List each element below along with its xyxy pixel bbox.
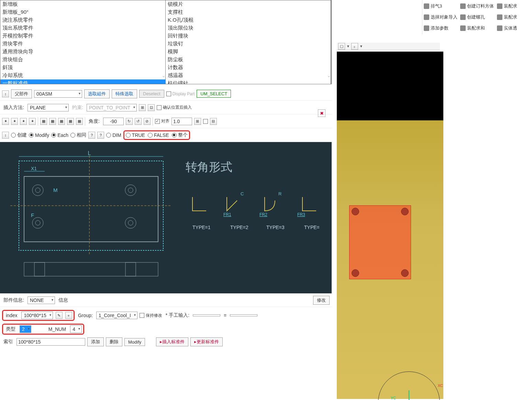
align-extra-checkbox[interactable] bbox=[203, 119, 208, 124]
deselect-button[interactable]: Deselect bbox=[139, 90, 164, 98]
part-info-combo[interactable]: NONE bbox=[27, 296, 55, 304]
manual-input-left[interactable] bbox=[193, 314, 220, 316]
list-item[interactable]: 支撑柱 bbox=[166, 8, 331, 16]
list-left-inner[interactable]: 新增板 新增板_90° 浇注系统零件 顶出系统零件 开模控制零件 滑块零件 通用… bbox=[0, 0, 165, 84]
tool-icon-2[interactable]: ✦ bbox=[11, 118, 18, 125]
mirror-tool-icon[interactable]: ⊡ bbox=[148, 104, 155, 111]
modify-info-button[interactable]: 修改 bbox=[313, 296, 330, 305]
list-item[interactable]: 浇注系统零件 bbox=[0, 16, 165, 24]
model-viewport[interactable]: XC YC bbox=[337, 52, 443, 399]
parent-button[interactable]: 父部件 bbox=[11, 89, 32, 98]
constraint-combo[interactable]: POINT_TO_POINT bbox=[87, 104, 137, 111]
list-right-inner[interactable]: 锁模片 支撑柱 K.O孔/顶棍 顶出限位块 回针撞块 垃圾钉 模脚 防尘板 计数… bbox=[166, 0, 331, 84]
ribbon-btn-solid[interactable]: 实体透 bbox=[497, 23, 531, 33]
angle-tool-1[interactable]: ↻ bbox=[126, 118, 133, 125]
align-checkbox[interactable]: 对齐 bbox=[155, 118, 169, 124]
align-input[interactable]: 1.0 bbox=[171, 118, 192, 125]
angle-input[interactable]: -90 bbox=[103, 118, 124, 125]
angle-tool-3[interactable]: ⊘ bbox=[144, 118, 151, 125]
mnum-combo[interactable]: 4 bbox=[70, 325, 82, 333]
ribbon-btn-asm1[interactable]: 装配求 bbox=[497, 1, 531, 11]
update-standard-button[interactable]: ▸更新标准件 bbox=[190, 337, 223, 346]
angle-label: 角度: bbox=[87, 118, 101, 125]
delete-button[interactable]: 删除 bbox=[106, 337, 122, 346]
list-item[interactable]: 回针撞块 bbox=[166, 32, 331, 40]
ribbon-btn-exhaust3[interactable]: 排气3 bbox=[424, 1, 457, 11]
radio-each[interactable]: Each bbox=[51, 132, 68, 138]
search-input[interactable]: 100*80*15 bbox=[16, 338, 85, 346]
list-item[interactable]: 新增板_90° bbox=[0, 8, 165, 16]
type-combo[interactable]: 2 bbox=[20, 325, 31, 333]
tool-icon-8[interactable]: ▦ bbox=[67, 118, 74, 125]
radio-true[interactable]: TRUE bbox=[126, 132, 145, 138]
list-item[interactable]: 通用滑块向导 bbox=[0, 48, 165, 56]
view-gizmo[interactable]: XC YC bbox=[378, 371, 440, 400]
tool-icon-7[interactable]: ▦ bbox=[58, 118, 65, 125]
pick-component-button[interactable]: 选取組件 bbox=[84, 89, 110, 98]
tool-icon-6[interactable]: ▦ bbox=[49, 118, 56, 125]
list-item[interactable]: K.O孔/顶棍 bbox=[166, 16, 331, 24]
list-item[interactable]: 锁模片 bbox=[166, 0, 331, 8]
cube-dropdown-icon[interactable]: ▢ bbox=[338, 43, 345, 50]
modify-button[interactable]: Modify bbox=[124, 338, 145, 346]
list-item[interactable]: 一般标准件 bbox=[0, 79, 165, 84]
list-item[interactable]: 计数器 bbox=[166, 64, 331, 72]
tool-icon-3[interactable]: ✦ bbox=[20, 118, 27, 125]
radio-whole[interactable]: 整个 bbox=[172, 132, 188, 138]
angle-tool-2[interactable]: ↺ bbox=[135, 118, 142, 125]
add-button[interactable]: 添加 bbox=[87, 337, 104, 346]
add-icon[interactable]: ＋ bbox=[65, 312, 72, 319]
edit-icon[interactable]: ✎ bbox=[56, 312, 63, 319]
um-select-button[interactable]: UM_SELECT bbox=[197, 90, 231, 98]
list-dropdown-icon[interactable]: ⌵ bbox=[328, 74, 330, 78]
expand-icon-2[interactable]: ↕ bbox=[2, 132, 9, 139]
list-item[interactable]: 顶出限位块 bbox=[166, 24, 331, 32]
list-item[interactable]: 防尘板 bbox=[166, 56, 331, 64]
radio-create[interactable]: 创建 bbox=[11, 132, 27, 138]
list-item[interactable]: 开模控制零件 bbox=[0, 32, 165, 40]
index-combo[interactable]: 100*80*15 bbox=[21, 312, 53, 319]
radio-modify[interactable]: Modify bbox=[29, 132, 49, 138]
manual-input-right[interactable] bbox=[230, 314, 257, 316]
radio-same[interactable]: 相同 bbox=[70, 132, 86, 138]
insert-standard-button[interactable]: ▸插入标准件 bbox=[156, 337, 188, 346]
ribbon-btn-asm-sum[interactable]: 装配求和 bbox=[460, 23, 494, 33]
insert-method-combo[interactable]: PLANE bbox=[27, 104, 69, 111]
list-item[interactable]: 滑块零件 bbox=[0, 40, 165, 48]
tool-icon-5[interactable]: ▦ bbox=[40, 118, 47, 125]
list-item[interactable]: 滑块组合 bbox=[0, 56, 165, 64]
radio-false[interactable]: FALSE bbox=[148, 132, 169, 138]
list-item[interactable]: 新增板 bbox=[0, 0, 165, 8]
ribbon-btn-create-screw[interactable]: 创建螺孔 bbox=[460, 12, 494, 22]
help-icon-1[interactable]: ? bbox=[88, 132, 95, 139]
tool-icon-4[interactable]: ✦ bbox=[29, 118, 36, 125]
ribbon-btn-create-bom[interactable]: 创建订料方体 bbox=[460, 1, 494, 11]
tool-icon-1[interactable]: ✦ bbox=[2, 118, 9, 125]
tool-icon-9[interactable]: ▦ bbox=[76, 118, 83, 125]
list-item[interactable]: 冷却系统 bbox=[0, 72, 165, 79]
axis-dropdown-icon[interactable]: ⬨ bbox=[351, 43, 358, 50]
list-dropdown-icon[interactable]: ⌵ bbox=[163, 74, 165, 78]
list-item[interactable]: 垃圾钉 bbox=[166, 40, 331, 48]
ribbon-btn-asm2[interactable]: 装配求 bbox=[497, 12, 531, 22]
radio-dim[interactable]: DIM bbox=[106, 132, 121, 138]
help-icon-2[interactable]: ? bbox=[97, 132, 104, 139]
ribbon-btn-import-sel[interactable]: 选择对象导入 bbox=[424, 12, 457, 22]
close-x-icon[interactable]: ✖ bbox=[318, 109, 325, 117]
grid-icon[interactable]: ⊞ bbox=[194, 118, 201, 125]
group-combo[interactable]: 1_Core_Cool_I bbox=[96, 312, 137, 319]
align-tool-icon[interactable]: ⊟ bbox=[210, 118, 217, 125]
parent-combo[interactable]: 00ASM bbox=[34, 90, 82, 98]
ribbon-btn-add-param[interactable]: 添加参数 bbox=[424, 23, 457, 33]
list-item[interactable]: 模脚 bbox=[166, 48, 331, 56]
list-item[interactable]: 斜顶 bbox=[0, 64, 165, 72]
special-pick-button[interactable]: 特殊选取 bbox=[112, 89, 137, 98]
confirm-position-checkbox[interactable]: 确认位置后插入 bbox=[157, 105, 192, 110]
array-tool-icon[interactable]: ⊞ bbox=[139, 104, 146, 111]
list-item[interactable]: 柱位镶针 bbox=[166, 79, 331, 84]
keep-modify-checkbox[interactable]: 保持修改 bbox=[140, 313, 162, 318]
list-item[interactable]: 感温器 bbox=[166, 72, 331, 79]
display-part-checkbox[interactable]: Display Part bbox=[166, 91, 195, 96]
expand-icon[interactable]: ↕ bbox=[2, 90, 9, 97]
list-item[interactable]: 顶出系统零件 bbox=[0, 24, 165, 32]
